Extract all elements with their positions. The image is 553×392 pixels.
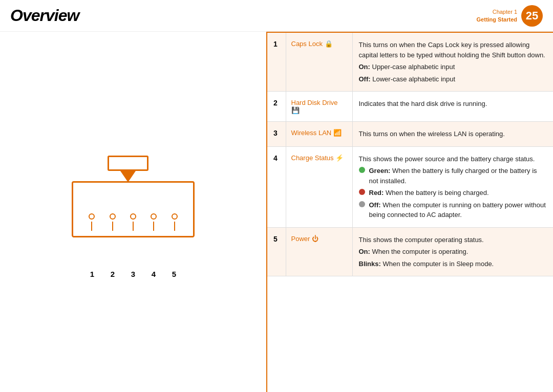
desc-extra-text: On: Upper-case alphabetic input — [359, 62, 547, 72]
table-row: 2Hard Disk Drive 💾Indicates that the har… — [267, 92, 553, 122]
row-description: Indicates that the hard disk drive is ru… — [352, 92, 553, 122]
num-5: 5 — [172, 270, 176, 278]
desc-extra-text: Off: Lower-case alphabetic input — [359, 74, 547, 84]
dot-3 — [130, 213, 136, 220]
laptop-hinge — [120, 171, 136, 182]
row-label: Hard Disk Drive 💾 — [286, 92, 352, 122]
desc-main-text: Indicates that the hard disk drive is ru… — [359, 99, 547, 109]
laptop-diagram: 1 2 3 4 5 — [51, 140, 215, 284]
row-label: Charge Status ⚡ — [286, 146, 352, 227]
chapter-number: 25 — [521, 5, 543, 27]
dot-2 — [110, 213, 116, 220]
line-2 — [112, 222, 113, 231]
row-number: 1 — [267, 32, 286, 92]
dot-1 — [89, 213, 95, 220]
page-title: Overview — [10, 6, 79, 25]
indicator-5 — [172, 213, 178, 231]
desc-main-text: This turns on when the Caps Lock key is … — [359, 40, 547, 60]
row-label: Wireless LAN 📶 — [286, 122, 352, 147]
indicator-3 — [130, 213, 136, 231]
desc-bullet-item: Off: When the computer is running on bat… — [359, 200, 547, 220]
bullet-text: Red: When the battery is being charged. — [369, 188, 489, 198]
desc-extra-text: Blinks: When the computer is in Sleep mo… — [359, 259, 547, 269]
row-number: 2 — [267, 92, 286, 122]
bullet-text: Green: When the battery is fully charged… — [369, 166, 547, 186]
table-row: 5Power ⏻This shows the computer operatin… — [267, 227, 553, 276]
row-number: 4 — [267, 146, 286, 227]
table-row: 4Charge Status ⚡This shows the power sou… — [267, 146, 553, 227]
row-description: This shows the computer operating status… — [352, 227, 553, 276]
info-table: 1Caps Lock 🔒This turns on when the Caps … — [267, 32, 553, 276]
row-label: Power ⏻ — [286, 227, 352, 276]
chapter-badge: Chapter 1 Getting Started 25 — [477, 5, 543, 27]
chapter-text: Chapter 1 Getting Started — [477, 8, 517, 23]
row-number: 5 — [267, 227, 286, 276]
num-4: 4 — [152, 270, 156, 278]
numbers-row: 1 2 3 4 5 — [72, 270, 195, 278]
indicator-2 — [110, 213, 116, 231]
indicator-1 — [89, 213, 95, 231]
left-panel: 1 2 3 4 5 — [0, 32, 266, 392]
num-3: 3 — [131, 270, 135, 278]
line-4 — [153, 222, 154, 231]
desc-main-text: This turns on when the wireless LAN is o… — [359, 129, 547, 139]
main-content: 1 2 3 4 5 1Caps Lock 🔒This turns on when… — [0, 32, 553, 392]
line-1 — [91, 222, 92, 231]
num-2: 2 — [111, 270, 115, 278]
desc-main-text: This shows the power source and the batt… — [359, 154, 547, 164]
indicators-container — [73, 213, 193, 231]
table-row: 3Wireless LAN 📶This turns on when the wi… — [267, 122, 553, 147]
desc-main-text: This shows the computer operating status… — [359, 235, 547, 245]
dot-4 — [151, 213, 157, 220]
row-description: This turns on when the wireless LAN is o… — [352, 122, 553, 147]
line-5 — [174, 222, 175, 231]
page-header: Overview Chapter 1 Getting Started 25 — [0, 0, 553, 32]
right-panel: 1Caps Lock 🔒This turns on when the Caps … — [266, 32, 553, 392]
desc-extra-text: On: When the computer is operating. — [359, 247, 547, 257]
row-label: Caps Lock 🔒 — [286, 32, 352, 92]
table-row: 1Caps Lock 🔒This turns on when the Caps … — [267, 32, 553, 92]
dot-5 — [172, 213, 178, 220]
bullet-circle-green — [359, 167, 365, 173]
chapter-label: Chapter 1 — [477, 8, 517, 15]
desc-bullet-item: Red: When the battery is being charged. — [359, 188, 547, 198]
bullet-circle-gray — [359, 201, 365, 207]
row-number: 3 — [267, 122, 286, 147]
desc-bullet-item: Green: When the battery is fully charged… — [359, 166, 547, 186]
row-description: This turns on when the Caps Lock key is … — [352, 32, 553, 92]
bullet-text: Off: When the computer is running on bat… — [369, 200, 547, 220]
line-3 — [133, 222, 134, 231]
row-description: This shows the power source and the batt… — [352, 146, 553, 227]
laptop-screen — [108, 156, 148, 171]
indicator-4 — [151, 213, 157, 231]
bullet-circle-red — [359, 189, 365, 195]
num-1: 1 — [90, 270, 94, 278]
laptop-body — [72, 181, 195, 237]
chapter-sublabel: Getting Started — [477, 16, 517, 23]
